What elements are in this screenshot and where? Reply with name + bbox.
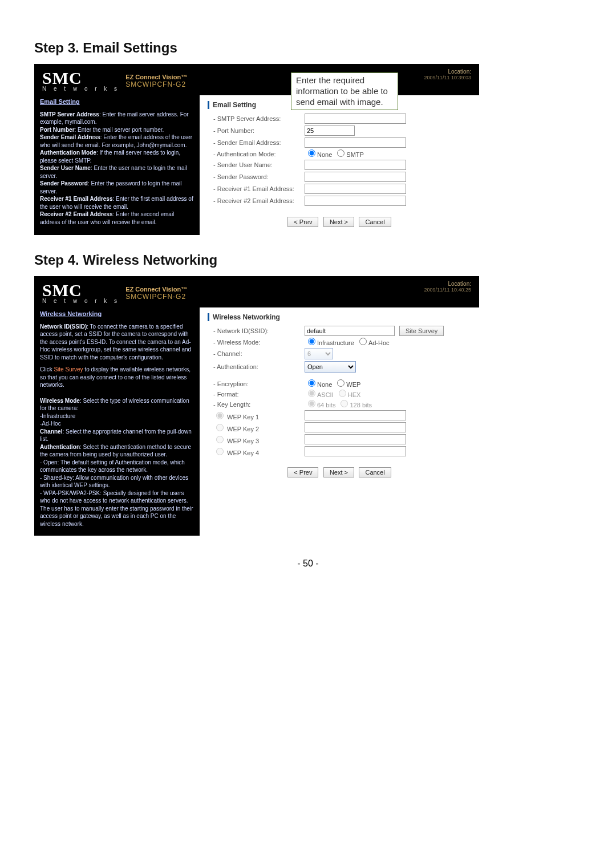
wep3-input[interactable] [305, 434, 406, 444]
enc-none-radio[interactable] [308, 379, 315, 387]
site-survey-button[interactable]: Site Survey [399, 326, 444, 336]
next-button[interactable]: Next > [323, 467, 354, 477]
ssid-input[interactable] [305, 326, 395, 336]
help-channel: Channel [40, 428, 62, 435]
lbl-fmt: - Format: [208, 391, 305, 398]
lbl-keylen: - Key Length: [208, 401, 305, 408]
location-block: Location: 2009/11/11 10:40:25 [424, 281, 471, 293]
help-smtp: SMTP Server Address [40, 111, 99, 118]
help-auth: Authentication [40, 444, 80, 450]
prev-button[interactable]: < Prev [287, 217, 318, 227]
step4-sidebar: Wireless Networking Network ID(SSID): To… [34, 307, 200, 536]
auth-smtp-radio[interactable] [337, 149, 345, 157]
fmt-ascii-label: ASCII [317, 391, 334, 398]
auth-none-radio[interactable] [308, 149, 315, 157]
help-pass: Sender Password [40, 180, 88, 187]
sender-user-input[interactable] [305, 160, 406, 170]
section-title: Wireless Networking [208, 313, 471, 321]
next-button[interactable]: Next > [323, 217, 354, 227]
sidebar-title: Wireless Networking [40, 310, 194, 318]
enc-wep-label: WEP [346, 381, 360, 388]
lbl-recv1: - Receiver #1 Email Address: [208, 185, 305, 192]
prev-button[interactable]: < Prev [287, 467, 318, 477]
mode-adhoc-radio[interactable] [359, 338, 367, 345]
help-mode: Wireless Mode [40, 398, 80, 404]
help-text: : Enter the mail server port number. [75, 127, 164, 133]
help-recv2: Receiver #2 Email Address [40, 211, 112, 217]
lbl-auth: - Authentication: [208, 363, 305, 370]
sidebar-title: Email Setting [40, 98, 194, 106]
wep2-label: WEP Key 2 [227, 426, 259, 432]
cancel-button[interactable]: Cancel [359, 467, 391, 477]
help-site-survey: Site Survey [54, 366, 83, 373]
wep1-label: WEP Key 1 [227, 414, 259, 420]
mode-infra-radio[interactable] [308, 338, 315, 345]
lbl-ssid: - Network ID(SSID): [208, 327, 305, 334]
wep3-radio[interactable] [216, 436, 224, 443]
step4-panel: SMC N e t w o r k s EZ Connect Vision™ S… [34, 276, 479, 536]
keylen-64-label: 64 bits [317, 402, 335, 408]
wep3-label: WEP Key 3 [227, 438, 259, 444]
lbl-port: - Port Number: [208, 127, 305, 134]
enc-wep-radio[interactable] [337, 379, 345, 387]
help-sub: - WPA-PSK/WPA2-PSK: Specially designed f… [40, 489, 194, 528]
location-label: Location: [424, 68, 471, 75]
fmt-ascii-radio[interactable] [308, 390, 315, 397]
recv2-input[interactable] [305, 196, 406, 206]
sender-email-input[interactable] [305, 137, 406, 148]
lbl-smtp: - SMTP Server Address: [208, 115, 305, 122]
auth-select[interactable]: Open [305, 361, 356, 373]
lbl-mode: - Wireless Mode: [208, 339, 305, 346]
lbl-auth: - Authentication Mode: [208, 151, 305, 157]
brand-smc: SMC [42, 70, 120, 87]
wep4-radio[interactable] [216, 448, 224, 455]
recv1-input[interactable] [305, 184, 406, 194]
sender-pass-input[interactable] [305, 172, 406, 182]
keylen-128-radio[interactable] [341, 400, 348, 407]
help-sub: - Open: The default setting of Authentic… [40, 459, 194, 474]
keylen-64-radio[interactable] [308, 400, 315, 407]
lbl-sender-pass: - Sender Password: [208, 173, 305, 180]
step4-heading: Step 4. Wireless Networking [34, 252, 582, 268]
location-block: Location: 2009/11/11 10:39:03 [424, 68, 471, 80]
brand-line2: SMCWIPCFN-G2 [125, 293, 187, 301]
location-label: Location: [424, 281, 471, 287]
brand-line1: EZ Connect Vision™ [125, 286, 187, 293]
wep2-radio[interactable] [216, 424, 224, 431]
help-sub: -Ad-Hoc [40, 420, 194, 428]
cancel-button[interactable]: Cancel [359, 217, 391, 227]
location-time: 2009/11/11 10:40:25 [424, 287, 471, 293]
step3-heading: Step 3. Email Settings [34, 40, 582, 56]
mode-adhoc-label: Ad-Hoc [368, 339, 390, 346]
help-sub: - Shared-key: Allow communication only w… [40, 474, 194, 489]
callout-box: Enter the required information to be abl… [291, 72, 398, 110]
brand-smc: SMC [42, 282, 120, 299]
fmt-hex-radio[interactable] [339, 390, 346, 397]
location-time: 2009/11/11 10:39:03 [424, 75, 471, 80]
lbl-channel: - Channel: [208, 350, 305, 357]
channel-select[interactable]: 6 [305, 348, 333, 359]
lbl-sender-user: - Sender User Name: [208, 161, 305, 168]
page-number: - 50 - [34, 558, 582, 569]
auth-none-label: None [317, 151, 332, 158]
brand-line2: SMCWIPCFN-G2 [125, 80, 187, 88]
port-input[interactable] [305, 126, 355, 136]
wep4-label: WEP Key 4 [227, 450, 259, 456]
smtp-input[interactable] [305, 114, 406, 124]
help-text: : Select the appropriate channel from th… [40, 428, 192, 443]
brand-line1: EZ Connect Vision™ [125, 74, 187, 80]
lbl-sender-email: - Sender Email Address: [208, 139, 305, 146]
auth-smtp-label: SMTP [346, 151, 364, 158]
wep4-input[interactable] [305, 446, 406, 456]
brand: SMC N e t w o r k s [42, 70, 120, 92]
help-sub: -Infrastructure [40, 412, 194, 420]
brand: SMC N e t w o r k s [42, 282, 120, 304]
brand-sub: EZ Connect Vision™ SMCWIPCFN-G2 [125, 286, 187, 301]
fmt-hex-label: HEX [348, 391, 361, 398]
wep2-input[interactable] [305, 422, 406, 432]
brand-networks: N e t w o r k s [42, 298, 120, 304]
wep1-radio[interactable] [216, 412, 224, 419]
keylen-128-label: 128 bits [350, 402, 372, 408]
wep1-input[interactable] [305, 410, 406, 420]
help-ssid: Network ID(SSID) [40, 323, 87, 330]
